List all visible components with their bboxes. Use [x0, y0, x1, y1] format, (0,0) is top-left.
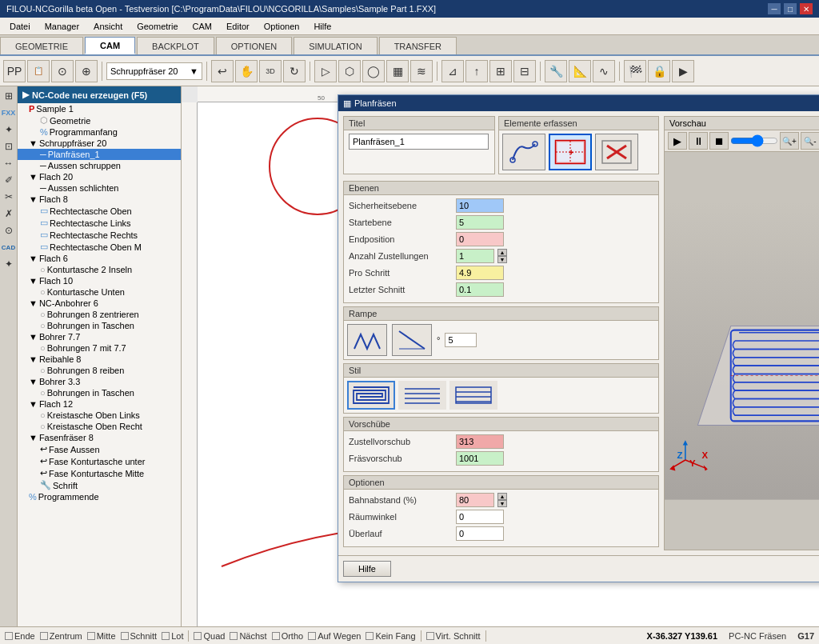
left-icon-3[interactable]: ⊡	[1, 138, 17, 154]
tree-item-kreis-oben-links[interactable]: ○ Kreistasche Oben Links	[18, 410, 181, 421]
startebene-input[interactable]	[456, 215, 504, 230]
tree-item-schrift[interactable]: 🔧 Schrift	[18, 479, 181, 491]
checkbox-naechst[interactable]	[230, 632, 238, 640]
tree-item-geometrie[interactable]: ⬡ Geometrie	[18, 114, 181, 126]
bahnabstand-input[interactable]	[456, 493, 494, 507]
hilfe-button[interactable]: Hilfe	[343, 561, 391, 577]
tree-item-programmende[interactable]: % Programmende	[18, 491, 181, 502]
tree-item-bohr-zentr[interactable]: ○ Bohrungen 8 zentrieren	[18, 309, 181, 320]
checkbox-ortho[interactable]	[272, 632, 280, 640]
checkbox-mitte[interactable]	[87, 632, 95, 640]
tree-item-flach20[interactable]: ▼ Flach 20	[18, 171, 181, 182]
toolbar-btn-k[interactable]: 📐	[569, 60, 591, 82]
fraesvorschub-input[interactable]	[456, 451, 504, 466]
toolbar-btn-l[interactable]: ∿	[593, 60, 615, 82]
left-icon-cad[interactable]: CAD	[1, 239, 17, 255]
preview-pause-btn[interactable]: ⏸	[689, 132, 708, 150]
minimize-button[interactable]: ─	[768, 3, 781, 14]
tree-item-fase-kontur-mitte[interactable]: ↩ Fase Konturtasche Mitte	[18, 467, 181, 479]
menu-editor[interactable]: Editor	[220, 20, 256, 33]
tree-item-flach8[interactable]: ▼ Flach 8	[18, 194, 181, 205]
tree-item-flach10[interactable]: ▼ Flach 10	[18, 275, 181, 286]
checkbox-virt-schnitt[interactable]	[426, 632, 434, 640]
toolbar-btn-2[interactable]: 📋	[27, 60, 50, 82]
tree-item-bohr-7mit77[interactable]: ○ Bohrungen 7 mit 7.7	[18, 342, 181, 354]
checkbox-schnitt[interactable]	[121, 632, 129, 640]
sicherheitsebene-input[interactable]	[456, 198, 504, 213]
anzahl-input[interactable]	[456, 249, 494, 263]
left-icon-fxx[interactable]: FXX	[1, 105, 17, 121]
tree-item-kontur2[interactable]: ○ Konturtasche 2 Inseln	[18, 264, 181, 275]
letzter-schnitt-input[interactable]	[456, 282, 504, 297]
toolbar-btn-o[interactable]: ▶	[672, 60, 694, 82]
rampe-icon-zigzag[interactable]	[347, 324, 387, 356]
toolbar-btn-m[interactable]: 🏁	[624, 60, 646, 82]
toolbar-btn-n[interactable]: 🔒	[648, 60, 670, 82]
checkbox-lot[interactable]	[162, 632, 170, 640]
stil-icon-1[interactable]	[347, 381, 395, 410]
left-icon-9[interactable]: ✦	[1, 256, 17, 272]
checkbox-auf-wegen[interactable]	[308, 632, 316, 640]
left-icon-8[interactable]: ⊙	[1, 222, 17, 238]
checkbox-quad[interactable]	[194, 632, 202, 640]
tab-transfer[interactable]: TRANSFER	[379, 37, 457, 54]
raeumwinkel-input[interactable]	[456, 510, 504, 524]
tab-backplot[interactable]: BACKPLOT	[137, 37, 214, 54]
tree-item-bohr-taschen2[interactable]: ○ Bohrungen in Taschen	[18, 387, 181, 398]
tab-simulation[interactable]: SIMULATION	[294, 37, 377, 54]
toolbar-btn-i[interactable]: ⊟	[513, 60, 536, 82]
left-icon-5[interactable]: ✐	[1, 172, 17, 188]
toolbar-btn-crosshair[interactable]: ⊕	[75, 60, 98, 82]
menu-geometrie[interactable]: Geometrie	[130, 20, 184, 33]
tree-item-programmanfang[interactable]: % Programmanfang	[18, 126, 181, 138]
menu-cam[interactable]: CAM	[186, 20, 218, 33]
tab-geometrie[interactable]: GEOMETRIE	[0, 37, 83, 54]
tree-item-kontur-unten[interactable]: ○ Konturtasche Unten	[18, 286, 181, 298]
stil-icon-2[interactable]	[398, 381, 446, 410]
tree-item-flach6[interactable]: ▼ Flach 6	[18, 253, 181, 264]
anzahl-spin-down[interactable]: ▼	[497, 256, 507, 263]
tree-item-bohrer33[interactable]: ▼ Bohrer 3.3	[18, 376, 181, 387]
tree-item-fase-aussen[interactable]: ↩ Fase Aussen	[18, 443, 181, 455]
endposition-input[interactable]	[456, 232, 504, 246]
tree-item-bohr-taschen1[interactable]: ○ Bohrungen in Taschen	[18, 320, 181, 331]
ueberlauf-input[interactable]	[456, 526, 504, 541]
tree-item-rect-oben-m[interactable]: ▭ Rechtectasche Oben M	[18, 241, 181, 253]
rampe-degree-input[interactable]	[445, 333, 477, 347]
left-icon-7[interactable]: ✗	[1, 206, 17, 222]
tree-item-fasenfraeser[interactable]: ▼ Fasenfräser 8	[18, 432, 181, 443]
titel-input[interactable]	[349, 134, 489, 150]
erfassen-icon-2[interactable]: +	[549, 134, 592, 170]
toolbar-btn-b[interactable]: ⬡	[338, 60, 361, 82]
tool-dropdown[interactable]: Schruppfräser 20 ▼	[106, 62, 202, 80]
close-button[interactable]: ✕	[800, 3, 813, 14]
tree-item-aussen-schl[interactable]: ─ Aussen schlichten	[18, 182, 181, 194]
tree-item-nc-anbohrer[interactable]: ▼ NC-Anbohrer 6	[18, 298, 181, 309]
tree-item-fase-kontur-unter[interactable]: ↩ Fase Konturtasche unter	[18, 455, 181, 467]
tree-item-schruppfr[interactable]: ▼ Schruppfräser 20	[18, 138, 181, 149]
menu-optionen[interactable]: Optionen	[258, 20, 306, 33]
bahnabstand-spin-down[interactable]: ▼	[497, 500, 507, 507]
pro-schritt-input[interactable]	[456, 266, 504, 280]
left-icon-2[interactable]: ✦	[1, 122, 17, 138]
tree-item-rect-oben[interactable]: ▭ Rechtectasche Oben	[18, 205, 181, 217]
toolbar-btn-1[interactable]: PP	[3, 60, 26, 82]
preview-zoom-fit[interactable]: 🔍+	[780, 132, 799, 150]
tree-item-sample1[interactable]: P Sample 1	[18, 103, 181, 114]
checkbox-zentrum[interactable]	[40, 632, 48, 640]
stil-icon-3[interactable]	[449, 381, 497, 410]
preview-slider[interactable]	[730, 134, 778, 147]
tree-item-reibahle8[interactable]: ▼ Reibahle 8	[18, 354, 181, 365]
left-icon-6[interactable]: ✂	[1, 189, 17, 205]
toolbar-btn-f[interactable]: ⊿	[441, 60, 464, 82]
toolbar-btn-hand[interactable]: ✋	[235, 60, 258, 82]
preview-stop-btn[interactable]: ⏹	[709, 132, 729, 150]
rampe-icon-slant[interactable]	[392, 324, 432, 356]
menu-manager[interactable]: Manager	[38, 20, 86, 33]
toolbar-btn-a[interactable]: ▷	[314, 60, 337, 82]
toolbar-btn-e[interactable]: ≋	[410, 60, 433, 82]
menu-hilfe[interactable]: Hilfe	[307, 20, 338, 33]
zustellvorschub-input[interactable]	[456, 434, 504, 449]
tree-item-aussen-schr[interactable]: ─ Aussen schruppen	[18, 160, 181, 171]
toolbar-btn-c[interactable]: ◯	[362, 60, 385, 82]
